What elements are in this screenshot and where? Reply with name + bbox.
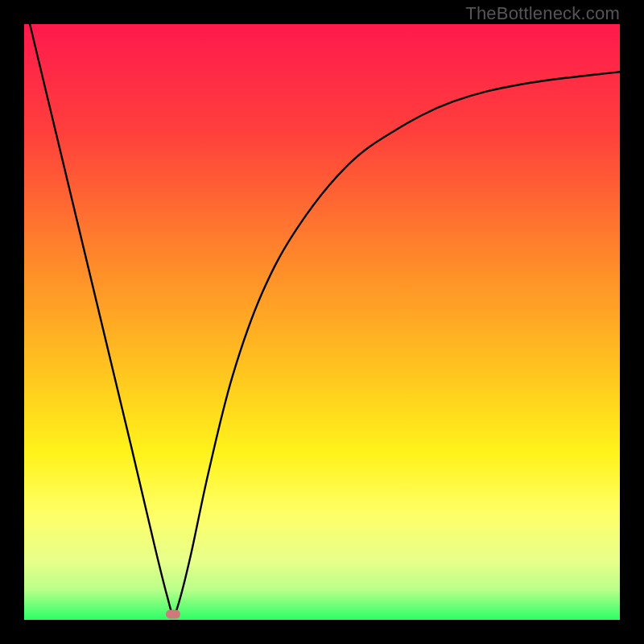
minimum-marker xyxy=(166,609,180,618)
curve-layer xyxy=(24,24,620,620)
watermark-text: TheBottleneck.com xyxy=(465,3,620,24)
plot-area xyxy=(24,24,620,620)
bottleneck-curve xyxy=(24,24,620,614)
chart-frame: TheBottleneck.com xyxy=(0,0,644,644)
